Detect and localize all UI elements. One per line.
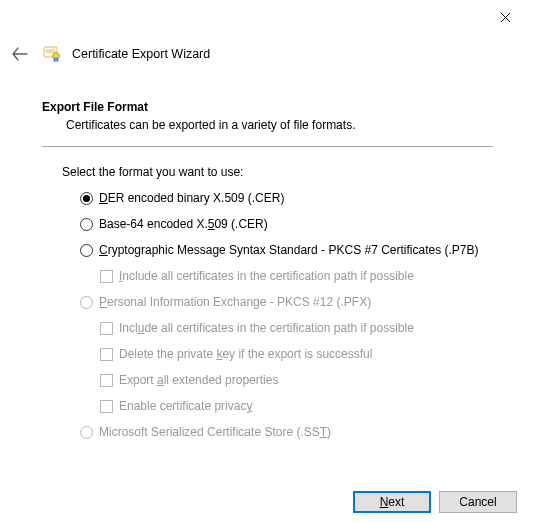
checkbox-icon bbox=[100, 348, 113, 361]
pkcs7-sub-options: Include all certificates in the certific… bbox=[80, 267, 493, 285]
radio-icon bbox=[80, 218, 93, 231]
checkbox-label: Export all extended properties bbox=[119, 373, 278, 387]
certificate-icon bbox=[42, 44, 62, 64]
radio-base64-label: Base-64 encoded X.509 (.CER) bbox=[99, 217, 268, 231]
checkbox-label: Enable certificate privacy bbox=[119, 399, 252, 413]
radio-sst-label: Microsoft Serialized Certificate Store (… bbox=[99, 425, 331, 439]
back-button[interactable] bbox=[8, 42, 32, 66]
checkbox-icon bbox=[100, 270, 113, 283]
checkbox-pfx-include-chain: Include all certificates in the certific… bbox=[100, 319, 493, 337]
divider bbox=[42, 146, 493, 147]
radio-pfx: Personal Information Exchange - PKCS #12… bbox=[80, 293, 493, 311]
radio-icon bbox=[80, 244, 93, 257]
radio-pkcs7[interactable]: Cryptographic Message Syntax Standard - … bbox=[80, 241, 493, 259]
wizard-title: Certificate Export Wizard bbox=[72, 47, 210, 61]
radio-icon bbox=[80, 192, 93, 205]
next-button[interactable]: Next bbox=[353, 491, 431, 513]
checkbox-label: Include all certificates in the certific… bbox=[119, 321, 414, 335]
close-button[interactable] bbox=[485, 6, 525, 28]
checkbox-pkcs7-include-chain: Include all certificates in the certific… bbox=[100, 267, 493, 285]
page-heading: Export File Format bbox=[42, 100, 493, 114]
cancel-button[interactable]: Cancel bbox=[439, 491, 517, 513]
radio-icon bbox=[80, 296, 93, 309]
radio-pkcs7-label: Cryptographic Message Syntax Standard - … bbox=[99, 243, 479, 257]
checkbox-label: Delete the private key if the export is … bbox=[119, 347, 372, 361]
radio-sst: Microsoft Serialized Certificate Store (… bbox=[80, 423, 493, 441]
page-subtext: Certificates can be exported in a variet… bbox=[42, 118, 493, 132]
radio-pfx-label: Personal Information Exchange - PKCS #12… bbox=[99, 295, 371, 309]
radio-base64[interactable]: Base-64 encoded X.509 (.CER) bbox=[80, 215, 493, 233]
back-arrow-icon bbox=[12, 47, 28, 61]
pfx-sub-options: Include all certificates in the certific… bbox=[80, 319, 493, 415]
titlebar bbox=[0, 0, 535, 34]
footer-buttons: Next Cancel bbox=[353, 491, 517, 513]
checkbox-pfx-delete-key: Delete the private key if the export is … bbox=[100, 345, 493, 363]
checkbox-icon bbox=[100, 374, 113, 387]
checkbox-icon bbox=[100, 322, 113, 335]
close-icon bbox=[500, 12, 511, 23]
radio-der-label: DER encoded binary X.509 (.CER) bbox=[99, 191, 284, 205]
instruction-label: Select the format you want to use: bbox=[42, 165, 493, 179]
checkbox-label: Include all certificates in the certific… bbox=[119, 269, 414, 283]
cancel-label: Cancel bbox=[459, 495, 496, 509]
checkbox-pfx-export-extended: Export all extended properties bbox=[100, 371, 493, 389]
wizard-header: Certificate Export Wizard bbox=[0, 34, 535, 66]
radio-icon bbox=[80, 426, 93, 439]
page-body: Export File Format Certificates can be e… bbox=[0, 66, 535, 441]
checkbox-pfx-enable-privacy: Enable certificate privacy bbox=[100, 397, 493, 415]
next-label: Next bbox=[380, 495, 405, 509]
checkbox-icon bbox=[100, 400, 113, 413]
format-options: DER encoded binary X.509 (.CER) Base-64 … bbox=[42, 189, 493, 441]
radio-der[interactable]: DER encoded binary X.509 (.CER) bbox=[80, 189, 493, 207]
